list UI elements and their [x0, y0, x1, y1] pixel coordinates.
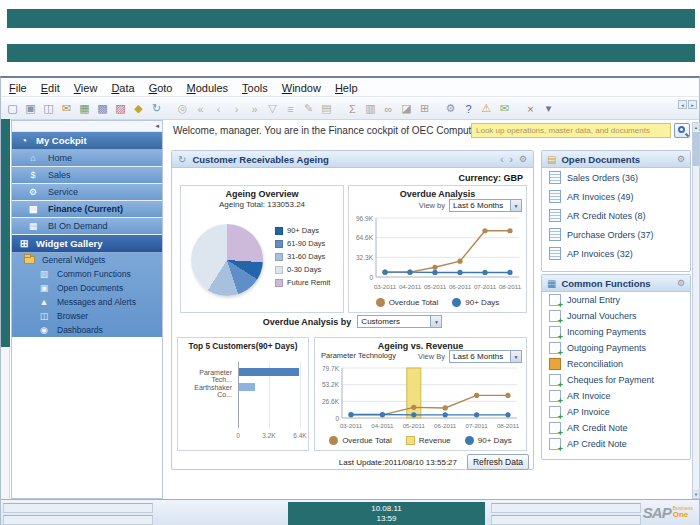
toolbar-layout-icon[interactable]: ▤ [318, 100, 335, 117]
ageing-revenue-view-by-select[interactable]: Last 6 Months ▼ [449, 350, 522, 363]
bar-parameter-tech[interactable] [239, 368, 299, 376]
menu-view[interactable]: View [74, 82, 98, 94]
ageing-vs-revenue-legend: Overdue TotalRevenue90+ Days [315, 436, 526, 445]
panel-refresh-icon[interactable]: ↻ [178, 154, 186, 165]
toolbar-next-record-icon[interactable]: › [228, 100, 245, 117]
toolbar-edit-icon[interactable]: ✎ [300, 100, 317, 117]
open-document-sales-orders-36[interactable]: Sales Orders (36) [542, 168, 690, 187]
legend-swatch [452, 298, 461, 307]
sidebar-item-service[interactable]: ⚙Service [12, 184, 162, 201]
toolbar-chart-icon[interactable]: ◪ [398, 100, 415, 117]
scroll-down-icon[interactable]: ▼ [693, 490, 699, 498]
scrollbar-thumb[interactable] [693, 132, 699, 166]
search-input[interactable]: Look up operations, master data, and doc… [471, 123, 671, 138]
common-function-ar-invoice[interactable]: AR Invoice [542, 388, 690, 404]
toolbar-first-record-icon[interactable]: « [192, 100, 209, 117]
toolbar-export-excel-icon[interactable]: ▦ [76, 100, 93, 117]
open-document-purchase-orders-37[interactable]: Purchase Orders (37) [542, 225, 690, 244]
search-button[interactable] [674, 123, 690, 138]
panel-prev-arrow-icon[interactable]: ‹ [500, 154, 503, 165]
toolbar-settings-icon[interactable]: ⚙ [442, 100, 459, 117]
toolbar-last-record-icon[interactable]: » [246, 100, 263, 117]
common-function-cheques-for-payment[interactable]: Cheques for Payment [542, 372, 690, 388]
common-function-incoming-payments[interactable]: Incoming Payments [542, 324, 690, 340]
svg-text:07-2011: 07-2011 [474, 283, 497, 290]
sidebar-item-sales[interactable]: $Sales [12, 167, 162, 184]
sidebar-item-open-documents[interactable]: ▣Open Documents [12, 281, 162, 295]
toolbar-help-icon[interactable]: ? [460, 100, 477, 117]
menu-window[interactable]: Window [282, 82, 321, 94]
sidebar-item-common-functions[interactable]: ▥Common Functions [12, 267, 162, 281]
menu-edit[interactable]: Edit [41, 82, 60, 94]
menu-data[interactable]: Data [111, 82, 134, 94]
ageing-vs-revenue-chart[interactable]: 79.7K53.2K26.6K003-201104-201105-201106-… [316, 364, 525, 434]
sidebar-item-messages-and-alerts[interactable]: ▲Messages and Alerts [12, 295, 162, 309]
top5-customers-widget: Top 5 Customers(90+ Days) 03.2K6.4KParam… [177, 337, 309, 451]
sidebar-item-home[interactable]: ⌂Home [12, 150, 162, 167]
toolbar-email-icon[interactable]: ✉ [58, 100, 75, 117]
toolbar-close-icon[interactable]: × [522, 100, 539, 117]
toolbar-new-record-icon[interactable]: ▢ [4, 100, 21, 117]
open-document-label: Purchase Orders (37) [567, 230, 654, 240]
toolbar-previous-record-icon[interactable]: ‹ [210, 100, 227, 117]
open-document-ar-invoices-49[interactable]: AR Invoices (49) [542, 187, 690, 206]
toolbar-more-icon[interactable]: ▾ [540, 100, 557, 117]
sap-business-one-screen: FileEditViewDataGotoModulesToolsWindowHe… [0, 0, 700, 525]
toolbar-sum-icon[interactable]: Σ [344, 100, 361, 117]
toolbar-lock-icon[interactable]: ◆ [130, 100, 147, 117]
common-function-reconciliation[interactable]: Reconciliation [542, 356, 690, 372]
status-field [491, 503, 641, 513]
overdue-analysis-by-select[interactable]: Customers ▼ [357, 315, 442, 328]
scroll-up-icon[interactable]: ▲ [693, 123, 699, 131]
toolbar-message-icon[interactable]: ✉ [496, 100, 513, 117]
toolbar-print-preview-icon[interactable]: ◫ [40, 100, 57, 117]
toolbar-documents-icon[interactable]: ▥ [362, 100, 379, 117]
panel-wrench-icon[interactable]: ⚙ [519, 154, 527, 164]
sidebar-header-widget-gallery[interactable]: ⊞ Widget Gallery [12, 235, 162, 253]
overdue-analysis-chart[interactable]: 96.9K64.6K32.3K003-201104-201105-201106-… [350, 213, 525, 297]
common-function-ar-credit-note[interactable]: AR Credit Note [542, 420, 690, 436]
menu-file[interactable]: File [9, 82, 27, 94]
refresh-data-button[interactable]: Refresh Data [467, 454, 529, 470]
ageing-pie-chart[interactable] [191, 224, 263, 296]
toolbar-find-icon[interactable]: ◎ [174, 100, 191, 117]
sidebar-item-browser[interactable]: ◫Browser [12, 309, 162, 323]
panel-wrench-icon[interactable]: ⚙ [677, 154, 685, 164]
currency-label: Currency: GBP [458, 173, 523, 183]
panel-next-arrow-icon[interactable]: › [510, 154, 513, 165]
menu-help[interactable]: Help [335, 82, 358, 94]
common-function-ap-credit-note[interactable]: AP Credit Note [542, 436, 690, 452]
common-function-journal-vouchers[interactable]: Journal Vouchers [542, 308, 690, 324]
toolbar-link-icon[interactable]: ∞ [380, 100, 397, 117]
sidebar-item-finance-current[interactable]: ▤Finance (Current) [12, 201, 162, 218]
toolbar-grid-icon[interactable]: ⊞ [416, 100, 433, 117]
sidebar-collapse-arrow[interactable]: ◂ [12, 121, 162, 132]
common-function-ap-invoice[interactable]: AP Invoice [542, 404, 690, 420]
toolbar-print-icon[interactable]: ▣ [22, 100, 39, 117]
sidebar-item-dashboards[interactable]: ◉Dashboards [12, 323, 162, 337]
legend-swatch [329, 436, 338, 445]
toolbar-refresh-icon[interactable]: ↻ [148, 100, 165, 117]
menu-goto[interactable]: Goto [149, 82, 173, 94]
sidebar-item-bi-on-demand[interactable]: ▦BI On Demand [12, 218, 162, 235]
open-document-ap-invoices-32[interactable]: AP Invoices (32) [542, 244, 690, 263]
toolbar-alert-icon[interactable]: ⚠ [478, 100, 495, 117]
toolbar-filter-icon[interactable]: ▽ [264, 100, 281, 117]
toolbar-export-pdf-icon[interactable]: ▨ [112, 100, 129, 117]
open-document-ar-credit-notes-8[interactable]: AR Credit Notes (8) [542, 206, 690, 225]
common-function-journal-entry[interactable]: Journal Entry [542, 292, 690, 308]
toolbar-sort-icon[interactable]: ≡ [282, 100, 299, 117]
menu-modules[interactable]: Modules [186, 82, 228, 94]
sidebar-item-general-widgets[interactable]: General Widgets [12, 253, 162, 267]
panel-wrench-icon[interactable]: ⚙ [677, 278, 685, 288]
common-function-outgoing-payments[interactable]: Outgoing Payments [542, 340, 690, 356]
menu-tools[interactable]: Tools [242, 82, 268, 94]
sidebar-header-my-cockpit[interactable]: ◔ My Cockpit [12, 132, 162, 150]
overdue-view-by-select[interactable]: Last 6 Months ▼ [449, 199, 522, 212]
vertical-scrollbar[interactable]: ▲ ▼ [692, 122, 700, 499]
toolbar-export-word-icon[interactable]: ▩ [94, 100, 111, 117]
toolbar-scroll-right-icon[interactable]: ▸ [688, 100, 697, 109]
top5-customers-chart[interactable]: 03.2K6.4KParameter Tech...Earthshaker Co… [178, 354, 308, 450]
bar-earthshaker-co[interactable] [239, 383, 255, 391]
toolbar-scroll-left-icon[interactable]: ◂ [678, 100, 687, 109]
